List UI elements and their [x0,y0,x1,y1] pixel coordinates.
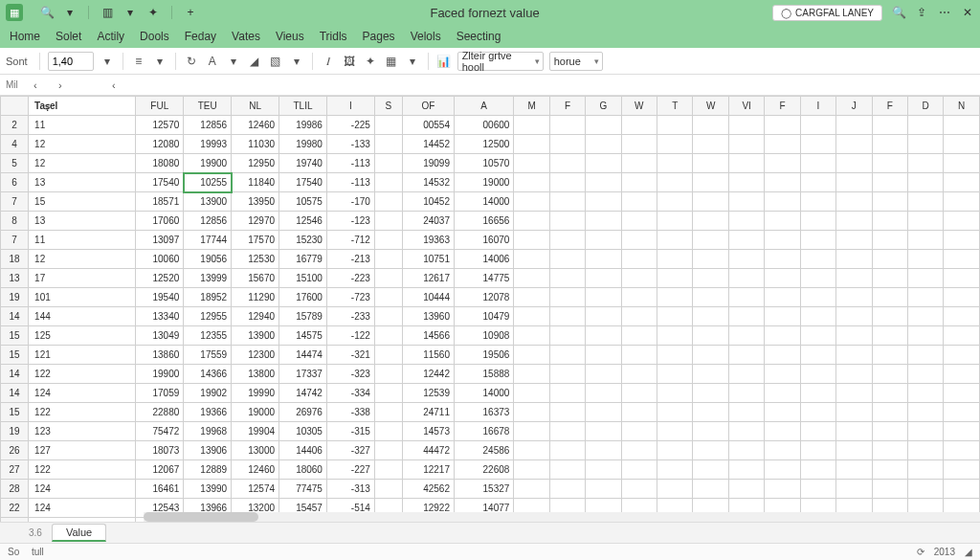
cell[interactable]: 10908 [454,326,513,346]
row-header[interactable]: 2 [1,116,29,135]
column-header[interactable]: I [326,97,374,116]
cell[interactable]: 15888 [454,365,513,384]
cell[interactable] [836,173,872,192]
cell[interactable] [514,231,549,250]
cell[interactable]: 14474 [279,346,327,365]
cell[interactable]: 19000 [232,403,279,422]
cell[interactable] [657,346,693,365]
row-header[interactable]: 14 [1,307,29,326]
cell[interactable] [836,422,872,441]
row-header[interactable]: 13 [1,269,29,288]
cell[interactable]: 14573 [402,422,454,441]
column-header[interactable]: D [908,97,944,116]
chevron-down-icon[interactable]: ▾ [63,6,77,19]
cell[interactable] [836,192,872,212]
cell[interactable]: 18073 [136,441,184,460]
italic-icon[interactable]: 𝐼 [321,54,336,69]
cell[interactable] [872,365,907,384]
cell[interactable] [374,192,402,212]
cell[interactable] [944,173,980,192]
cell[interactable] [944,384,980,403]
cell[interactable] [728,480,764,499]
cell[interactable] [549,460,585,480]
cell[interactable] [872,403,907,422]
cell[interactable] [374,441,402,460]
cell[interactable] [908,441,944,460]
cell[interactable] [765,422,800,441]
cell[interactable]: 13 [29,212,136,231]
cell[interactable] [872,173,907,192]
cell[interactable] [765,231,800,250]
row-header[interactable]: 8 [1,212,29,231]
cell[interactable] [657,269,693,288]
menu-actily[interactable]: Actily [97,30,124,43]
column-header[interactable]: OF [402,97,454,116]
cell[interactable]: 77475 [279,480,327,499]
cell[interactable] [872,307,907,326]
cell[interactable]: 15670 [232,269,279,288]
cell[interactable] [765,250,800,269]
cell[interactable] [836,326,872,346]
column-header[interactable]: I [800,97,835,116]
cell[interactable] [765,384,800,403]
cell[interactable]: 19990 [232,384,279,403]
chevron-down-icon[interactable]: ▾ [100,54,115,69]
cell[interactable] [728,307,764,326]
cell[interactable] [800,154,835,173]
cell[interactable] [693,460,728,480]
more-icon[interactable]: ⋯ [938,6,951,19]
cell[interactable] [836,116,872,135]
cell[interactable] [800,192,835,212]
cell[interactable]: 10255 [184,173,232,192]
cell[interactable] [728,326,764,346]
row-header[interactable]: 23 [1,518,29,523]
cell[interactable]: 123 [29,422,136,441]
resize-handle-icon[interactable]: ◢ [965,547,972,557]
cell[interactable]: -338 [326,403,374,422]
cell[interactable] [549,192,585,212]
cell[interactable] [586,326,621,346]
cell[interactable] [514,441,549,460]
cell[interactable] [586,173,621,192]
cell[interactable]: 13960 [402,307,454,326]
cell[interactable] [514,326,549,346]
cell[interactable] [944,480,980,499]
cell[interactable] [374,365,402,384]
cell[interactable] [514,192,549,212]
cell[interactable] [872,441,907,460]
cell[interactable] [657,116,693,135]
cell[interactable] [514,346,549,365]
cell[interactable]: 12300 [232,346,279,365]
cell[interactable] [549,403,585,422]
cell[interactable] [908,480,944,499]
cell[interactable] [586,384,621,403]
cell[interactable] [728,250,764,269]
cell[interactable] [693,269,728,288]
cell[interactable] [765,441,800,460]
column-header[interactable]: A [454,97,513,116]
cell[interactable]: 12355 [184,326,232,346]
cell[interactable] [836,403,872,422]
nav-next-icon[interactable]: › [53,78,68,93]
cell[interactable]: 13906 [184,441,232,460]
cell[interactable] [908,173,944,192]
cell[interactable]: 00600 [454,116,513,135]
cell[interactable]: -170 [326,192,374,212]
cell[interactable] [621,365,657,384]
cell[interactable] [374,326,402,346]
cell[interactable] [693,403,728,422]
cell[interactable] [728,288,764,307]
cell[interactable]: 12546 [279,212,327,231]
cell[interactable]: 14006 [454,250,513,269]
cell[interactable] [549,480,585,499]
cell[interactable] [800,173,835,192]
column-header[interactable]: M [514,97,549,116]
cell[interactable] [944,365,980,384]
cell[interactable] [800,116,835,135]
cell[interactable]: 42562 [402,480,454,499]
cell[interactable]: 12530 [232,250,279,269]
column-header[interactable]: J [836,97,872,116]
nav-prev-icon[interactable]: ‹ [28,78,43,93]
cell[interactable] [908,365,944,384]
menu-velols[interactable]: Velols [411,30,441,43]
